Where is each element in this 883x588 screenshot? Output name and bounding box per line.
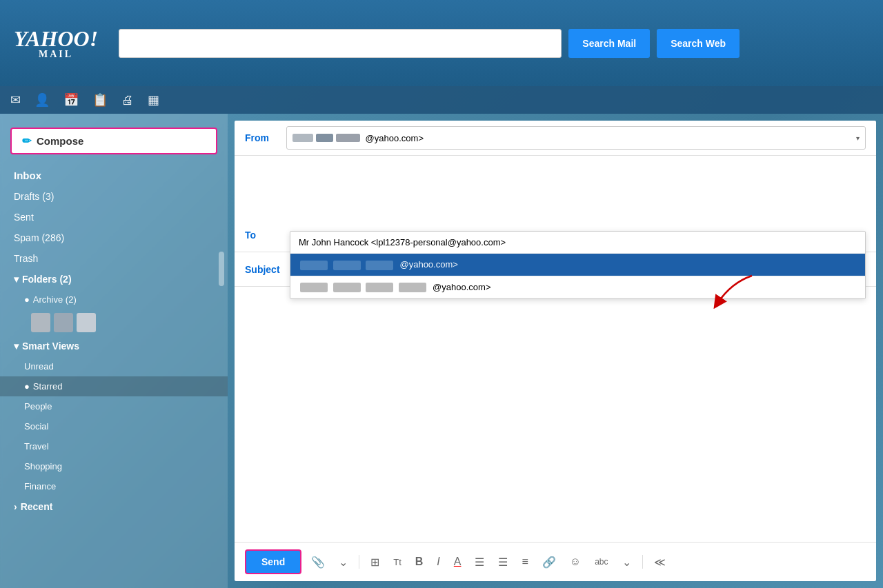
attach-dropdown-button[interactable]: ⌄ (335, 553, 352, 571)
align-button[interactable]: ≡ (517, 553, 532, 571)
unread-label: Unread (24, 361, 54, 372)
from-value: @yahoo.com> (292, 133, 424, 143)
compose-toolbar: Send 📎 ⌄ ⊞ Tt B I A ☰ ☰ ≡ 🔗 ☺ abc ⌄ ≪ (235, 542, 876, 581)
calendar-icon[interactable]: 📅 (63, 92, 79, 108)
travel-label: Travel (24, 441, 49, 452)
mail-brand: MAIL (14, 50, 98, 59)
contacts-icon[interactable]: 👤 (34, 92, 50, 108)
bold-button[interactable]: B (411, 553, 428, 571)
yahoo-logo: YAHOO! MAIL (14, 28, 98, 59)
sidebar-item-archive[interactable]: ● Archive (2) (0, 290, 228, 310)
color-swatch-3[interactable] (77, 313, 96, 332)
sidebar-item-sent[interactable]: Sent (0, 207, 228, 227)
color-swatch-1[interactable] (31, 313, 50, 332)
nav-icons-bar: ✉ 👤 📅 📋 🖨 ▦ (0, 86, 883, 114)
recent-label: Recent (21, 501, 53, 512)
recent-section[interactable]: › Recent (0, 496, 228, 517)
folders-section[interactable]: ▾ Folders (2) (0, 269, 228, 290)
sidebar-item-shopping[interactable]: Shopping (0, 456, 228, 476)
from-label: From (245, 132, 286, 143)
collapse-button[interactable]: ≪ (650, 553, 670, 571)
notepad-icon[interactable]: 📋 (92, 92, 108, 108)
sidebar-item-people[interactable]: People (0, 396, 228, 416)
compose-body[interactable] (235, 287, 876, 542)
blurred-name-3 (336, 134, 360, 142)
send-button[interactable]: Send (245, 549, 301, 574)
inbox-label: Inbox (14, 170, 41, 181)
chevron-down-icon-2: ▾ (14, 341, 19, 352)
sidebar-item-finance[interactable]: Finance (0, 476, 228, 496)
sidebar-item-inbox[interactable]: Inbox (0, 165, 228, 186)
dropdown-email-2: @yahoo.com> (397, 259, 458, 270)
sidebar: ✏ Compose Inbox Drafts (3) Sent Spam (28… (0, 114, 228, 588)
pencil-icon: ✏ (22, 134, 31, 148)
archive-label: Archive (2) (33, 294, 77, 305)
grid-icon[interactable]: ▦ (148, 92, 159, 108)
link-button[interactable]: 🔗 (538, 553, 560, 571)
sidebar-item-trash[interactable]: Trash (0, 248, 228, 269)
attach-button[interactable]: 📎 (307, 553, 329, 571)
yahoo-brand: YAHOO! (14, 26, 98, 51)
sidebar-item-social[interactable]: Social (0, 416, 228, 436)
sidebar-item-spam[interactable]: Spam (286) (0, 227, 228, 248)
indent-button[interactable]: ☰ (494, 553, 512, 571)
sidebar-item-drafts[interactable]: Drafts (3) (0, 186, 228, 207)
blurred-name-1 (292, 134, 313, 142)
compose-panel: From @yahoo.com> ▾ Mr John Hancock <lpl1… (235, 121, 876, 581)
folders-label: Folders (2) (22, 274, 72, 285)
people-label: People (24, 401, 52, 412)
sent-label: Sent (14, 212, 34, 223)
italic-button[interactable]: I (433, 553, 444, 571)
blurred-item3-4 (399, 283, 426, 292)
insert-table-button[interactable]: ⊞ (366, 553, 384, 571)
spellcheck-button[interactable]: abc (591, 554, 612, 569)
drafts-label: Drafts (3) (14, 191, 54, 202)
bullet-icon: ● (24, 294, 30, 305)
font-color-button[interactable]: A (450, 553, 466, 571)
starred-label: Starred (33, 381, 63, 392)
print-icon[interactable]: 🖨 (121, 93, 134, 108)
font-size-button[interactable]: Tt (389, 554, 406, 570)
blurred-highlight-3 (366, 261, 393, 270)
emoji-button[interactable]: ☺ (566, 553, 585, 571)
search-input[interactable] (119, 29, 562, 58)
blurred-item3-3 (366, 283, 393, 292)
search-mail-button[interactable]: Search Mail (568, 29, 650, 58)
color-swatch-2[interactable] (54, 313, 73, 332)
header-search-area: Search Mail Search Web (119, 29, 740, 58)
compose-button[interactable]: ✏ Compose (10, 128, 217, 154)
mail-icon[interactable]: ✉ (10, 92, 21, 108)
chevron-down-icon-from: ▾ (856, 134, 860, 142)
sidebar-item-unread[interactable]: Unread (0, 356, 228, 376)
compose-label: Compose (37, 135, 83, 147)
smart-views-label: Smart Views (22, 341, 79, 352)
dropdown-email-3: @yahoo.com> (430, 282, 491, 292)
sidebar-item-travel[interactable]: Travel (0, 436, 228, 456)
smart-views-section[interactable]: ▾ Smart Views (0, 336, 228, 356)
sidebar-item-starred[interactable]: ● Starred (0, 376, 228, 396)
blurred-highlight-1 (300, 261, 328, 270)
blurred-item3-2 (333, 283, 361, 292)
blurred-name-2 (316, 134, 333, 142)
search-web-button[interactable]: Search Web (657, 29, 740, 58)
from-dropdown[interactable]: @yahoo.com> ▾ (286, 126, 866, 150)
trash-label: Trash (14, 253, 38, 264)
from-email-suffix: @yahoo.com> (363, 133, 424, 143)
subject-label: Subject (245, 264, 286, 275)
from-field: From @yahoo.com> ▾ (235, 121, 876, 156)
dropdown-item-3[interactable]: @yahoo.com> (290, 276, 865, 299)
dropdown-item-2[interactable]: @yahoo.com> (290, 254, 865, 276)
dropdown-item-1[interactable]: Mr John Hancock <lpl12378-personal@yahoo… (290, 232, 865, 254)
shopping-label: Shopping (24, 461, 62, 472)
blurred-item3-1 (300, 283, 328, 292)
bullet-filled-icon: ● (24, 381, 30, 392)
bullet-list-button[interactable]: ☰ (470, 553, 488, 571)
from-dropdown-list[interactable]: Mr John Hancock <lpl12378-personal@yahoo… (290, 231, 866, 299)
finance-label: Finance (24, 481, 56, 491)
to-label: To (245, 230, 286, 241)
scroll-bar[interactable] (219, 252, 224, 286)
spam-label: Spam (286) (14, 232, 64, 243)
blurred-highlight-2 (333, 261, 361, 270)
social-label: Social (24, 421, 48, 432)
spellcheck-dropdown[interactable]: ⌄ (618, 553, 635, 571)
